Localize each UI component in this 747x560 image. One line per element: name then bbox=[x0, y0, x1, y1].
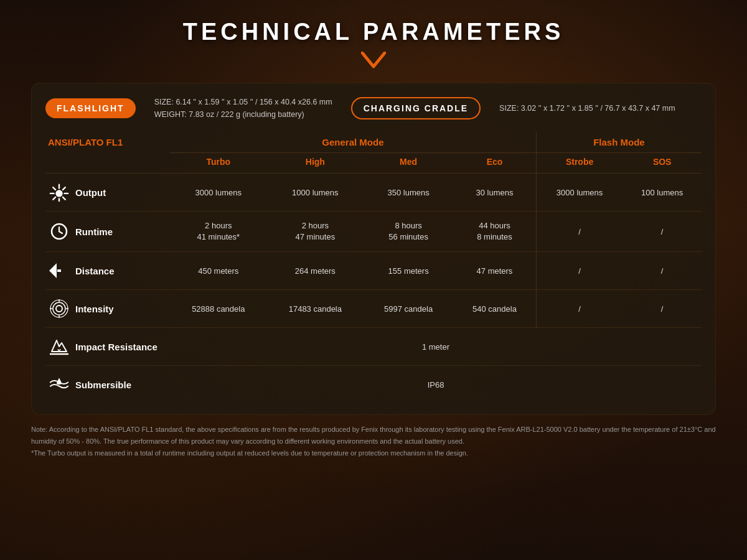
output-strobe: 3000 lumens bbox=[536, 174, 622, 212]
submersible-value: IP68 bbox=[170, 366, 702, 404]
col-high-header: High bbox=[267, 153, 364, 174]
runtime-label: Runtime bbox=[75, 226, 113, 237]
footer-note-1: Note: According to the ANSI/PLATO FL1 st… bbox=[31, 424, 716, 447]
flashlight-badge: FLASHLIGHT bbox=[45, 98, 136, 118]
runtime-eco: 44 hours8 minutes bbox=[453, 212, 536, 252]
svg-line-8 bbox=[53, 197, 55, 200]
submersible-row: Submersible IP68 bbox=[45, 366, 702, 404]
empty-header bbox=[45, 153, 170, 174]
impact-icon bbox=[49, 337, 69, 357]
ansi-label: ANSI/PLATO FL1 bbox=[45, 132, 170, 153]
col-turbo-header: Turbo bbox=[170, 153, 267, 174]
intensity-icon bbox=[49, 299, 69, 319]
flash-mode-header: Flash Mode bbox=[536, 132, 702, 153]
intensity-label: Intensity bbox=[75, 304, 114, 314]
charging-cradle-badge: CHARGING CRADLE bbox=[351, 97, 481, 119]
distance-turbo: 450 meters bbox=[170, 252, 267, 290]
intensity-eco: 540 candela bbox=[453, 290, 536, 328]
flashlight-specs: SIZE: 6.14 '' x 1.59 '' x 1.05 '' / 156 … bbox=[154, 96, 332, 121]
svg-line-5 bbox=[53, 187, 55, 190]
runtime-med: 8 hours56 minutes bbox=[364, 212, 453, 252]
footer-notes: Note: According to the ANSI/PLATO FL1 st… bbox=[31, 424, 716, 459]
svg-line-6 bbox=[63, 197, 65, 200]
distance-label: Distance bbox=[75, 266, 115, 276]
intensity-high: 17483 candela bbox=[267, 290, 364, 328]
intensity-turbo: 52888 candela bbox=[170, 290, 267, 328]
intensity-sos: / bbox=[622, 290, 702, 328]
output-med: 350 lumens bbox=[364, 174, 453, 212]
impact-label: Impact Resistance bbox=[75, 342, 157, 352]
product-row: FLASHLIGHT SIZE: 6.14 '' x 1.59 '' x 1.0… bbox=[45, 96, 702, 121]
svg-line-7 bbox=[63, 187, 65, 190]
footer-note-2: *The Turbo output is measured in a total… bbox=[31, 447, 716, 459]
runtime-strobe: / bbox=[536, 212, 622, 252]
submersible-label: Submersible bbox=[75, 380, 131, 390]
svg-marker-12 bbox=[49, 263, 57, 278]
svg-point-15 bbox=[53, 302, 65, 315]
output-icon bbox=[49, 182, 69, 202]
intensity-strobe: / bbox=[536, 290, 622, 328]
output-row: Output 3000 lumens 1000 lumens 350 lumen… bbox=[45, 174, 702, 212]
impact-row: Impact Resistance 1 meter bbox=[45, 328, 702, 366]
svg-point-0 bbox=[55, 190, 62, 197]
svg-line-11 bbox=[59, 231, 62, 233]
main-card: FLASHLIGHT SIZE: 6.14 '' x 1.59 '' x 1.0… bbox=[31, 83, 716, 415]
distance-icon bbox=[49, 261, 69, 281]
output-sos: 100 lumens bbox=[622, 174, 702, 212]
output-high: 1000 lumens bbox=[267, 174, 364, 212]
general-mode-header: General Mode bbox=[170, 132, 536, 153]
submersible-icon bbox=[49, 375, 69, 394]
output-turbo: 3000 lumens bbox=[170, 174, 267, 212]
runtime-high: 2 hours47 minutes bbox=[267, 212, 364, 252]
runtime-sos: / bbox=[622, 212, 702, 252]
intensity-med: 5997 candela bbox=[364, 290, 453, 328]
charging-cradle-specs: SIZE: 3.02 '' x 1.72 '' x 1.85 '' / 76.7… bbox=[499, 102, 675, 114]
col-sos-header: SOS bbox=[622, 153, 702, 174]
col-strobe-header: Strobe bbox=[536, 153, 622, 174]
runtime-turbo: 2 hours41 minutes* bbox=[170, 212, 267, 252]
impact-value: 1 meter bbox=[170, 328, 702, 366]
chevron-icon bbox=[31, 52, 716, 72]
distance-strobe: / bbox=[536, 252, 622, 290]
page-title: TECHNICAL PARAMETERS bbox=[31, 19, 716, 45]
col-eco-header: Eco bbox=[453, 153, 536, 174]
distance-med: 155 meters bbox=[364, 252, 453, 290]
distance-sos: / bbox=[622, 252, 702, 290]
col-med-header: Med bbox=[364, 153, 453, 174]
distance-row: Distance 450 meters 264 meters 155 meter… bbox=[45, 252, 702, 290]
runtime-icon bbox=[49, 222, 69, 241]
output-eco: 30 lumens bbox=[453, 174, 536, 212]
intensity-row: Intensity 52888 candela 17483 candela 59… bbox=[45, 290, 702, 328]
distance-eco: 47 meters bbox=[453, 252, 536, 290]
output-label: Output bbox=[75, 187, 106, 198]
spec-table: ANSI/PLATO FL1 General Mode Flash Mode T… bbox=[45, 132, 702, 403]
svg-point-14 bbox=[56, 306, 62, 312]
distance-high: 264 meters bbox=[267, 252, 364, 290]
svg-rect-13 bbox=[57, 269, 61, 272]
runtime-row: Runtime 2 hours41 minutes* 2 hours47 min… bbox=[45, 212, 702, 252]
